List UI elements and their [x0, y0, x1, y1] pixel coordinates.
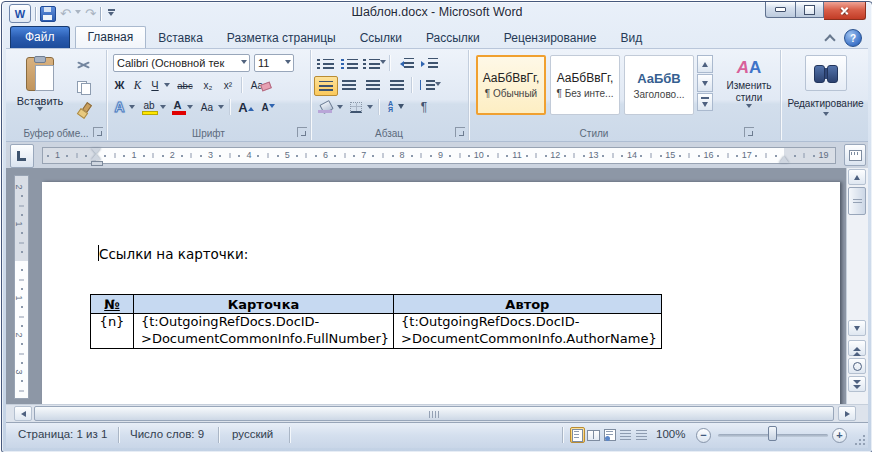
bold-button[interactable]: Ж	[111, 76, 128, 94]
scroll-down-button[interactable]	[848, 320, 866, 336]
shrink-font-button[interactable]: А	[259, 98, 277, 116]
grow-font-button[interactable]: А	[237, 98, 255, 116]
document-page[interactable]: Ссылки на карточки: № Карточка Автор {n}…	[42, 182, 840, 404]
right-indent-marker[interactable]	[779, 151, 789, 163]
styles-dialog-launcher-icon[interactable]	[744, 127, 754, 137]
format-painter-button[interactable]	[72, 100, 96, 118]
zoom-level[interactable]: 100%	[656, 428, 685, 440]
customize-qat-icon[interactable]	[105, 7, 118, 21]
multilevel-list-button[interactable]	[362, 54, 386, 72]
view-fullscreen-reading-button[interactable]	[586, 427, 601, 443]
text-effects-button[interactable]: А	[111, 98, 128, 116]
tab-view[interactable]: Вид	[608, 28, 654, 48]
justify-button[interactable]	[386, 76, 408, 94]
document-table[interactable]: № Карточка Автор {n} {t:OutgoingRefDocs.…	[90, 294, 662, 349]
help-icon[interactable]: ?	[844, 29, 862, 47]
word-count[interactable]: Число слов: 9	[130, 428, 204, 440]
zoom-slider-thumb[interactable]	[768, 426, 777, 441]
page-count[interactable]: Страница: 1 из 1	[18, 428, 107, 440]
subscript-button[interactable]: x₂	[199, 76, 217, 94]
language-indicator[interactable]: русский	[232, 428, 273, 440]
highlight-button[interactable]: ab	[139, 98, 159, 116]
tab-mailings[interactable]: Рассылки	[414, 28, 492, 48]
borders-button[interactable]	[346, 98, 366, 116]
horizontal-scrollbar[interactable]	[6, 404, 868, 423]
show-marks-button[interactable]: ¶	[414, 98, 434, 116]
highlight-dropdown-icon[interactable]	[160, 105, 166, 112]
align-center-button[interactable]	[338, 76, 360, 94]
font-name-select[interactable]: Calibri (Основной тек	[113, 54, 250, 72]
left-indent-marker[interactable]	[91, 161, 103, 166]
change-case-button[interactable]: Аа	[197, 98, 217, 116]
view-outline-button[interactable]	[618, 427, 633, 443]
scroll-right-button[interactable]	[838, 406, 856, 421]
cell-author[interactable]: {t:OutgoingRefDocs.DocID->DocumentCommon…	[394, 314, 662, 349]
styles-scroll-up[interactable]	[697, 55, 713, 73]
align-left-button[interactable]	[314, 76, 338, 96]
cell-number[interactable]: {n}	[91, 314, 134, 349]
tab-stop-selector[interactable]	[10, 144, 34, 168]
style-no-spacing[interactable]: АаБбВвГг, ¶ Без инте...	[550, 55, 620, 115]
close-button[interactable]	[824, 2, 866, 20]
vertical-scroll-thumb[interactable]	[848, 187, 866, 215]
undo-dropdown-icon[interactable]	[75, 10, 81, 17]
tab-references[interactable]: Ссылки	[348, 28, 414, 48]
font-color-dropdown-icon[interactable]	[187, 105, 193, 112]
previous-page-button[interactable]	[848, 340, 866, 356]
font-color-button[interactable]: А	[169, 98, 186, 116]
borders-dropdown-icon[interactable]	[367, 105, 373, 112]
zoom-out-button[interactable]: −	[696, 428, 711, 443]
numbering-button[interactable]	[338, 54, 360, 72]
tab-page-layout[interactable]: Разметка страницы	[215, 28, 348, 48]
tab-file[interactable]: Файл	[10, 26, 70, 48]
superscript-button[interactable]: x²	[219, 76, 237, 94]
font-size-select[interactable]: 11	[254, 54, 294, 72]
header-card[interactable]: Карточка	[134, 295, 394, 314]
word-logo-icon[interactable]: W	[9, 4, 31, 23]
minimize-button[interactable]	[765, 2, 796, 18]
view-draft-button[interactable]	[634, 427, 649, 443]
bullets-button[interactable]	[314, 54, 336, 72]
scroll-up-button[interactable]	[848, 169, 866, 185]
scroll-left-button[interactable]	[14, 406, 32, 421]
copy-button[interactable]	[72, 78, 96, 96]
redo-icon[interactable]: ↷	[85, 7, 96, 21]
vertical-scrollbar[interactable]	[846, 168, 868, 404]
paragraph-text[interactable]: Ссылки на карточки:	[99, 246, 248, 262]
styles-scroll-down[interactable]	[697, 74, 713, 92]
header-number[interactable]: №	[91, 295, 134, 314]
paste-button[interactable]: Вставить	[12, 54, 68, 130]
clipboard-dialog-launcher-icon[interactable]	[93, 127, 103, 137]
view-print-layout-button[interactable]	[570, 427, 585, 443]
select-browse-object-button[interactable]	[848, 358, 866, 374]
style-heading1[interactable]: АаБбВ Заголово...	[624, 55, 694, 115]
collapse-ribbon-icon[interactable]	[824, 34, 835, 45]
view-web-layout-button[interactable]	[602, 427, 617, 443]
tab-insert[interactable]: Вставка	[146, 28, 215, 48]
shading-button[interactable]	[314, 98, 336, 116]
hanging-indent-marker[interactable]	[91, 149, 101, 160]
vertical-ruler[interactable]: 21123	[14, 175, 29, 399]
clear-formatting-button[interactable]: Аа	[247, 76, 275, 94]
editing-dropdown-icon[interactable]	[823, 112, 829, 119]
shading-dropdown-icon[interactable]	[337, 105, 343, 112]
font-dialog-launcher-icon[interactable]	[297, 127, 307, 137]
change-case-dropdown-icon[interactable]	[218, 105, 224, 112]
paragraph-dialog-launcher-icon[interactable]	[455, 127, 465, 137]
maximize-button[interactable]	[796, 2, 824, 18]
text-effects-dropdown-icon[interactable]	[129, 105, 135, 112]
zoom-in-button[interactable]: +	[832, 428, 847, 443]
strikethrough-button[interactable]: abc	[173, 76, 197, 94]
styles-gallery-more[interactable]	[697, 93, 713, 111]
tab-home[interactable]: Главная	[75, 26, 147, 48]
tab-review[interactable]: Рецензирование	[492, 28, 609, 48]
header-author[interactable]: Автор	[394, 295, 662, 314]
ruler-toggle-button[interactable]	[844, 144, 866, 166]
editing-button[interactable]	[805, 55, 847, 91]
save-icon[interactable]	[40, 6, 56, 22]
horizontal-ruler[interactable]: 1123456789101112131415161719	[42, 147, 836, 164]
cell-card[interactable]: {t:OutgoingRefDocs.DocID->DocumentCommon…	[134, 314, 394, 349]
underline-button[interactable]: Ч	[147, 76, 163, 94]
decrease-indent-button[interactable]	[394, 54, 416, 72]
paste-dropdown-icon[interactable]	[37, 107, 43, 114]
